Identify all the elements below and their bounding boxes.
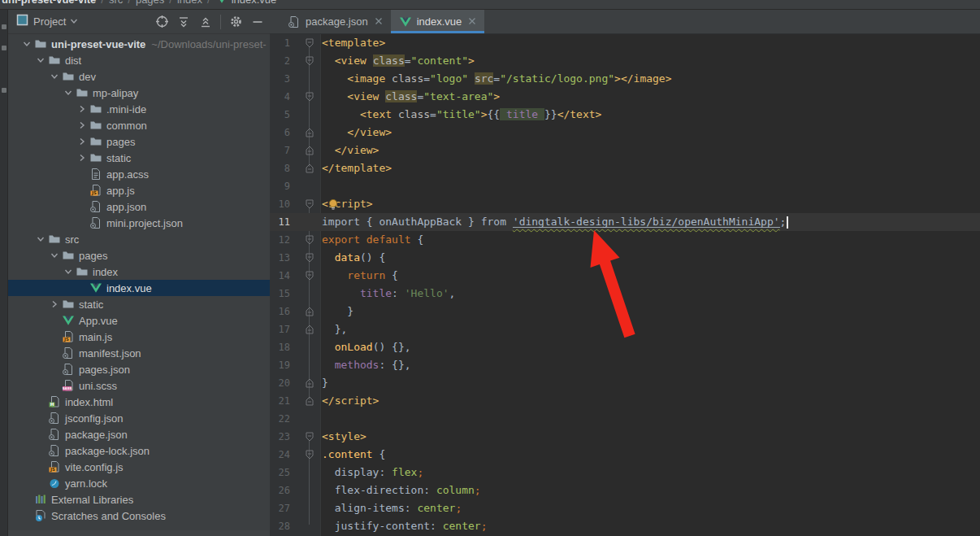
chevron-down-icon[interactable]: [33, 55, 47, 65]
code-area[interactable]: 1<template>2 <view class="content">3 <im…: [270, 34, 980, 535]
intention-bulb-icon[interactable]: [327, 198, 339, 214]
tree-item-static[interactable]: static: [8, 150, 270, 166]
tree-item-common[interactable]: common: [8, 117, 270, 133]
fold-close-icon[interactable]: [297, 128, 322, 137]
tree-item-mp-alipay[interactable]: mp-alipay: [8, 85, 270, 101]
tree-item-yarn.lock[interactable]: yarn.lock: [8, 475, 270, 491]
chevron-down-icon[interactable]: [61, 88, 75, 98]
tree-item-app.acss[interactable]: app.acss: [8, 166, 270, 182]
code-line-13[interactable]: 13 data() {: [270, 249, 980, 267]
tree-item-app.json[interactable]: app.json: [8, 198, 270, 215]
fold-close-icon[interactable]: [297, 146, 322, 155]
code-line-23[interactable]: 23<style>: [270, 428, 980, 446]
tree-item-pages.json[interactable]: pages.json: [8, 361, 270, 377]
breadcrumb-segment[interactable]: uni-preset-vue-vite: [2, 0, 96, 6]
fold-close-icon[interactable]: [297, 307, 322, 316]
tree-item-pages[interactable]: pages: [8, 247, 270, 264]
editor[interactable]: 1<template>2 <view class="content">3 <im…: [270, 34, 980, 536]
tree-item-dist[interactable]: dist: [8, 52, 270, 68]
collapse-all-button[interactable]: [198, 15, 213, 29]
code-line-15[interactable]: 15 title: 'Hello',: [270, 285, 980, 303]
code-line-22[interactable]: 22: [270, 410, 980, 428]
tree-item-.mini-ide[interactable]: .mini-ide: [8, 101, 270, 117]
code-line-21[interactable]: 21</script>: [270, 392, 980, 410]
fold-open-icon[interactable]: [297, 253, 322, 263]
tree-item-jsconfig.json[interactable]: jsconfig.json: [8, 410, 270, 426]
code-line-20[interactable]: 20}: [270, 374, 980, 392]
code-line-1[interactable]: 1<template>: [270, 34, 980, 52]
fold-open-icon[interactable]: [297, 271, 322, 281]
code-line-8[interactable]: 8</template>: [270, 159, 980, 177]
code-line-19[interactable]: 19 methods: {},: [270, 356, 980, 374]
chevron-down-icon[interactable]: [69, 15, 79, 29]
tree-item-dev[interactable]: dev: [8, 68, 270, 85]
stripe-icon[interactable]: [2, 88, 7, 93]
chevron-down-icon[interactable]: [33, 234, 47, 244]
tree-item-vite.config.js[interactable]: JSvite.config.js: [8, 459, 270, 475]
stripe-icon[interactable]: [2, 46, 7, 50]
tree-item-scratches-and-consoles[interactable]: Scratches and Consoles: [8, 508, 270, 524]
code-line-17[interactable]: 17 },: [270, 320, 980, 338]
chevron-right-icon[interactable]: [75, 104, 89, 114]
tree-item-package.json[interactable]: package.json: [8, 426, 270, 442]
fold-open-icon[interactable]: [297, 450, 322, 460]
fold-open-icon[interactable]: [297, 235, 322, 245]
code-line-5[interactable]: 5 <text class="title">{{ title }}</text>: [270, 106, 980, 124]
breadcrumb-segment[interactable]: src: [109, 0, 123, 6]
code-line-7[interactable]: 7 </view>: [270, 142, 980, 159]
project-panel-scrollbar[interactable]: [8, 530, 270, 536]
breadcrumb-segment[interactable]: pages: [136, 0, 164, 6]
breadcrumb-segment[interactable]: index: [177, 0, 202, 6]
fold-close-icon[interactable]: [297, 325, 322, 334]
code-line-14[interactable]: 14 return {: [270, 267, 980, 285]
code-line-16[interactable]: 16 }: [270, 303, 980, 320]
fold-open-icon[interactable]: [297, 56, 322, 66]
code-line-28[interactable]: 28 justify-content: center;: [270, 517, 980, 535]
code-line-2[interactable]: 2 <view class="content">: [270, 52, 980, 70]
code-line-11[interactable]: 11import { onAuthAppBack } from 'dingtal…: [270, 213, 980, 231]
chevron-right-icon[interactable]: [75, 153, 89, 163]
tree-item-external-libraries[interactable]: External Libraries: [8, 491, 270, 508]
fold-open-icon[interactable]: [297, 92, 322, 102]
editor-tab-package.json[interactable]: package.json: [280, 10, 391, 33]
chevron-right-icon[interactable]: [47, 299, 61, 309]
code-line-9[interactable]: 9: [270, 177, 980, 195]
breadcrumb[interactable]: uni-preset-vue-vite/src/pages/index/inde…: [0, 0, 980, 10]
tree-item-index.html[interactable]: Hindex.html: [8, 394, 270, 410]
tree-item-uni-preset-vue-vite[interactable]: uni-preset-vue-vite~/Downloads/uni-prese…: [8, 36, 270, 52]
breadcrumb-segment[interactable]: index.vue: [232, 0, 277, 6]
tree-item-uni.scss[interactable]: SASSuni.scss: [8, 377, 270, 394]
code-line-6[interactable]: 6 </view>: [270, 124, 980, 142]
code-line-24[interactable]: 24.content {: [270, 446, 980, 464]
tree-item-static[interactable]: static: [8, 296, 270, 312]
chevron-down-icon[interactable]: [20, 39, 33, 49]
tree-item-index.vue[interactable]: index.vue: [8, 280, 270, 296]
code-line-3[interactable]: 3 <image class="logo" src="/static/logo.…: [270, 70, 980, 88]
fold-close-icon[interactable]: [297, 378, 322, 388]
close-icon[interactable]: [468, 15, 476, 28]
tree-item-pages[interactable]: pages: [8, 133, 270, 150]
chevron-down-icon[interactable]: [61, 267, 75, 277]
code-line-27[interactable]: 27 align-items: center;: [270, 499, 980, 517]
tree-item-app.js[interactable]: JSapp.js: [8, 182, 270, 198]
stripe-icon[interactable]: [2, 24, 7, 29]
fold-close-icon[interactable]: [297, 396, 322, 406]
tree-item-app.vue[interactable]: App.vue: [8, 312, 270, 329]
chevron-down-icon[interactable]: [47, 251, 61, 260]
chevron-right-icon[interactable]: [75, 137, 89, 146]
code-line-25[interactable]: 25 display: flex;: [270, 464, 980, 482]
fold-open-icon[interactable]: [297, 432, 322, 442]
chevron-down-icon[interactable]: [47, 72, 61, 81]
locate-button[interactable]: [154, 15, 169, 29]
tool-window-stripe[interactable]: [0, 10, 8, 536]
tree-item-main.js[interactable]: JSmain.js: [8, 329, 270, 345]
code-line-18[interactable]: 18 onLoad() {},: [270, 338, 980, 356]
tree-item-manifest.json[interactable]: manifest.json: [8, 345, 270, 361]
tree-item-index[interactable]: index: [8, 264, 270, 280]
code-line-26[interactable]: 26 flex-direction: column;: [270, 482, 980, 499]
settings-button[interactable]: [228, 15, 243, 29]
close-icon[interactable]: [375, 15, 383, 28]
code-line-10[interactable]: 10<script>: [270, 195, 980, 213]
code-line-12[interactable]: 12export default {: [270, 231, 980, 249]
chevron-right-icon[interactable]: [75, 120, 89, 130]
